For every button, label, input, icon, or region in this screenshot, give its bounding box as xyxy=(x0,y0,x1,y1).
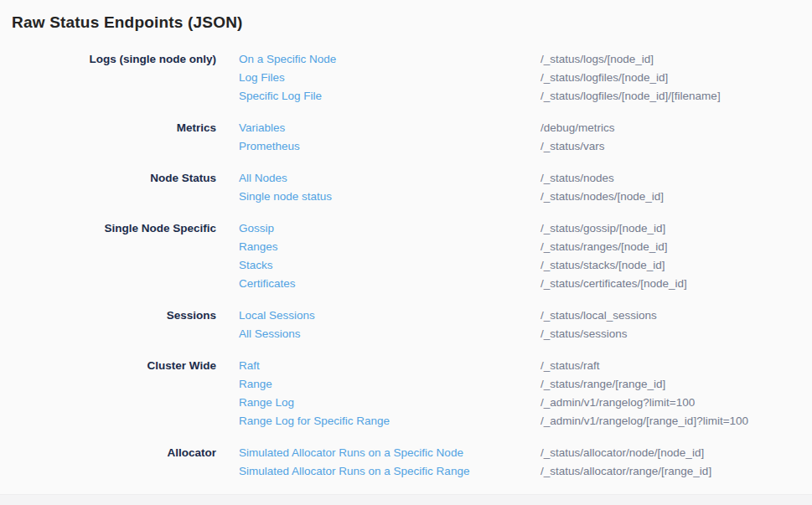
endpoint-row: Simulated Allocator Runs on a Specific N… xyxy=(239,444,812,462)
category-label: Cluster Wide xyxy=(0,357,216,430)
endpoint-link[interactable]: Range xyxy=(239,375,540,394)
endpoint-path: /_status/nodes/[node_id] xyxy=(540,188,812,206)
endpoint-link[interactable]: Range Log for Specific Range xyxy=(239,412,540,430)
endpoint-path: /_status/gossip/[node_id] xyxy=(540,219,812,238)
endpoint-row: Single node status /_status/nodes/[node_… xyxy=(239,188,812,206)
endpoint-section: Metrics Variables /debug/metrics Prometh… xyxy=(0,119,812,156)
endpoint-row: Variables /debug/metrics xyxy=(239,119,812,137)
endpoint-link[interactable]: Simulated Allocator Runs on a Specific R… xyxy=(239,462,540,481)
endpoint-path: /_status/sessions xyxy=(540,325,812,343)
endpoint-row: Local Sessions /_status/local_sessions xyxy=(239,307,812,325)
endpoint-path: /_status/local_sessions xyxy=(540,307,812,325)
endpoint-entries: On a Specific Node /_status/logs/[node_i… xyxy=(239,50,812,106)
endpoint-entries: All Nodes /_status/nodes Single node sta… xyxy=(239,169,812,206)
endpoint-entries: Raft /_status/raft Range /_status/range/… xyxy=(239,357,812,430)
endpoint-path: /_status/logfiles/[node_id] xyxy=(540,69,812,87)
endpoint-link[interactable]: Raft xyxy=(239,357,540,375)
endpoint-row: Specific Log File /_status/logfiles/[nod… xyxy=(239,87,812,106)
endpoint-row: Gossip /_status/gossip/[node_id] xyxy=(239,219,812,238)
endpoint-path: /_status/raft xyxy=(540,357,812,375)
endpoint-path: /_admin/v1/rangelog?limit=100 xyxy=(540,394,812,412)
category-label: Single Node Specific xyxy=(0,219,216,293)
endpoint-row: Simulated Allocator Runs on a Specific R… xyxy=(239,462,812,481)
endpoint-section: Node Status All Nodes /_status/nodes Sin… xyxy=(0,169,812,206)
endpoint-section: Single Node Specific Gossip /_status/gos… xyxy=(0,219,812,293)
endpoint-path: /_status/vars xyxy=(540,137,812,156)
endpoint-path: /_admin/v1/rangelog/[range_id]?limit=100 xyxy=(540,412,812,430)
category-label: Metrics xyxy=(0,119,216,156)
endpoint-row: Range Log /_admin/v1/rangelog?limit=100 xyxy=(239,394,812,412)
category-label: Logs (single node only) xyxy=(0,50,216,106)
bottom-strip xyxy=(0,494,812,505)
endpoint-link[interactable]: On a Specific Node xyxy=(239,50,540,69)
endpoint-link[interactable]: Stacks xyxy=(239,256,540,275)
endpoint-link[interactable]: Variables xyxy=(239,119,540,137)
endpoint-row: Stacks /_status/stacks/[node_id] xyxy=(239,256,812,275)
endpoint-path: /_status/logs/[node_id] xyxy=(540,50,812,69)
endpoint-path: /_status/certificates/[node_id] xyxy=(540,275,812,293)
endpoint-link[interactable]: Prometheus xyxy=(239,137,540,156)
endpoint-row: Range Log for Specific Range /_admin/v1/… xyxy=(239,412,812,430)
endpoint-link[interactable]: Single node status xyxy=(239,188,540,206)
endpoint-row: Ranges /_status/ranges/[node_id] xyxy=(239,238,812,256)
endpoint-section: Cluster Wide Raft /_status/raft Range /_… xyxy=(0,357,812,430)
endpoint-row: Prometheus /_status/vars xyxy=(239,137,812,156)
endpoint-link[interactable]: Log Files xyxy=(239,69,540,87)
endpoint-link[interactable]: Ranges xyxy=(239,238,540,256)
endpoint-path: /debug/metrics xyxy=(540,119,812,137)
endpoint-path: /_status/ranges/[node_id] xyxy=(540,238,812,256)
endpoint-row: Log Files /_status/logfiles/[node_id] xyxy=(239,69,812,87)
endpoint-entries: Local Sessions /_status/local_sessions A… xyxy=(239,307,812,343)
endpoint-link[interactable]: Local Sessions xyxy=(239,307,540,325)
endpoint-row: Raft /_status/raft xyxy=(239,357,812,375)
endpoint-row: All Sessions /_status/sessions xyxy=(239,325,812,343)
endpoint-path: /_status/nodes xyxy=(540,169,812,188)
endpoint-link[interactable]: Simulated Allocator Runs on a Specific N… xyxy=(239,444,540,462)
category-label: Allocator xyxy=(0,444,216,481)
category-label: Sessions xyxy=(0,307,216,343)
endpoint-link[interactable]: Gossip xyxy=(239,219,540,238)
endpoint-path: /_status/allocator/node/[node_id] xyxy=(540,444,812,462)
page-title: Raw Status Endpoints (JSON) xyxy=(0,0,812,33)
endpoint-path: /_status/allocator/range/[range_id] xyxy=(540,462,812,481)
endpoint-section: Allocator Simulated Allocator Runs on a … xyxy=(0,444,812,481)
endpoint-row: On a Specific Node /_status/logs/[node_i… xyxy=(239,50,812,69)
endpoint-path: /_status/logfiles/[node_id]/[filename] xyxy=(540,87,812,106)
category-label: Node Status xyxy=(0,169,216,206)
endpoint-sections: Logs (single node only) On a Specific No… xyxy=(0,50,812,481)
endpoint-link[interactable]: Range Log xyxy=(239,394,540,412)
endpoint-link[interactable]: Certificates xyxy=(239,275,540,293)
endpoint-section: Logs (single node only) On a Specific No… xyxy=(0,50,812,106)
endpoint-entries: Simulated Allocator Runs on a Specific N… xyxy=(239,444,812,481)
endpoint-link[interactable]: All Nodes xyxy=(239,169,540,188)
endpoint-entries: Variables /debug/metrics Prometheus /_st… xyxy=(239,119,812,156)
endpoint-row: Range /_status/range/[range_id] xyxy=(239,375,812,394)
endpoint-path: /_status/range/[range_id] xyxy=(540,375,812,394)
endpoint-link[interactable]: All Sessions xyxy=(239,325,540,343)
endpoint-row: Certificates /_status/certificates/[node… xyxy=(239,275,812,293)
endpoint-section: Sessions Local Sessions /_status/local_s… xyxy=(0,307,812,343)
endpoint-row: All Nodes /_status/nodes xyxy=(239,169,812,188)
endpoint-entries: Gossip /_status/gossip/[node_id] Ranges … xyxy=(239,219,812,293)
endpoint-path: /_status/stacks/[node_id] xyxy=(540,256,812,275)
endpoint-link[interactable]: Specific Log File xyxy=(239,87,540,106)
